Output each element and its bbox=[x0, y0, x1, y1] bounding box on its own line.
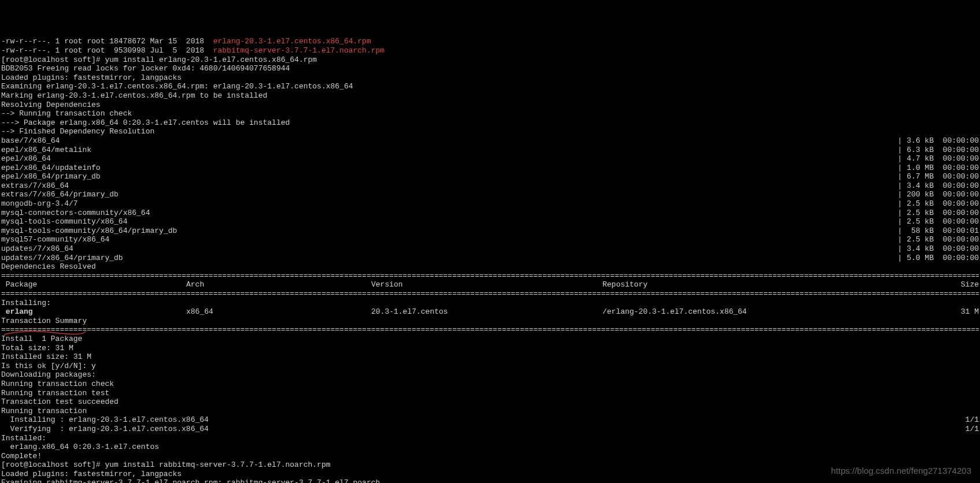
shell-prompt: [root@localhost soft]# bbox=[1, 460, 105, 469]
progress-count: 1/1 bbox=[966, 415, 979, 425]
repo-name: updates/7/x86_64 bbox=[1, 244, 73, 254]
terminal-line: Examining rabbitmq-server-3.7.7-1.el7.no… bbox=[1, 478, 979, 483]
col-arch: Arch bbox=[186, 280, 371, 289]
terminal-line: Examining erlang-20.3-1.el7.centos.x86_6… bbox=[1, 82, 979, 91]
repo-size: | 3.4 kB 00:00:00 bbox=[898, 181, 979, 191]
pkg-repo: /erlang-20.3-1.el7.centos.x86_64 bbox=[602, 307, 845, 317]
install-progress-row: Verifying : erlang-20.3-1.el7.centos.x86… bbox=[1, 425, 979, 434]
terminal-line: Loaded plugins: fastestmirror, langpacks bbox=[1, 73, 979, 83]
repo-size: | 2.5 kB 00:00:00 bbox=[898, 235, 979, 244]
repo-download-row: extras/7/x86_64/primary_db| 200 kB 00:00… bbox=[1, 190, 979, 199]
terminal-line: Downloading packages: bbox=[1, 370, 979, 380]
repo-download-row: updates/7/x86_64/primary_db| 5.0 MB 00:0… bbox=[1, 254, 979, 263]
pkg-size: 31 M bbox=[845, 307, 979, 317]
terminal-line: Running transaction bbox=[1, 407, 979, 416]
repo-name: mysql-tools-community/x86_64/primary_db bbox=[1, 226, 177, 236]
terminal-line: Total size: 31 M bbox=[1, 344, 979, 353]
terminal-line: Running transaction test bbox=[1, 389, 979, 398]
terminal-line: Transaction test succeeded bbox=[1, 397, 979, 407]
file-perms: -rw-r--r--. 1 root root 9530998 Jul 5 20… bbox=[1, 46, 213, 55]
repo-download-row: epel/x86_64/primary_db| 6.7 MB 00:00:00 bbox=[1, 172, 979, 181]
terminal-line: Installing: bbox=[1, 299, 979, 308]
terminal-line: ---> Package erlang.x86_64 0:20.3-1.el7.… bbox=[1, 118, 979, 128]
terminal-line: Complete! bbox=[1, 452, 979, 461]
terminal-line: --> Finished Dependency Resolution bbox=[1, 127, 979, 136]
shell-command: yum install erlang-20.3-1.el7.centos.x86… bbox=[105, 55, 317, 64]
repo-download-row: mysql-connectors-community/x86_64| 2.5 k… bbox=[1, 209, 979, 218]
terminal-line: ========================================… bbox=[1, 272, 979, 281]
terminal-line: -rw-r--r--. 1 root root 9530998 Jul 5 20… bbox=[1, 46, 979, 55]
pkg-name: erlang bbox=[1, 307, 186, 317]
repo-name: base/7/x86_64 bbox=[1, 136, 60, 146]
repo-name: mysql-tools-community/x86_64 bbox=[1, 217, 127, 226]
repo-download-row: epel/x86_64/metalink| 6.3 kB 00:00:00 bbox=[1, 146, 979, 155]
repo-size: | 2.5 kB 00:00:00 bbox=[898, 199, 979, 209]
terminal-line: erlang.x86_64 0:20.3-1.el7.centos bbox=[1, 443, 979, 452]
repo-size: | 3.4 kB 00:00:00 bbox=[898, 244, 979, 254]
terminal-line: --> Running transaction check bbox=[1, 109, 979, 118]
pkg-version: 20.3-1.el7.centos bbox=[371, 307, 602, 317]
filename: erlang-20.3-1.el7.centos.x86_64.rpm bbox=[213, 37, 371, 46]
repo-size: | 6.3 kB 00:00:00 bbox=[898, 146, 979, 155]
shell-prompt: [root@localhost soft]# bbox=[1, 55, 105, 64]
repo-name: epel/x86_64/metalink bbox=[1, 146, 91, 155]
col-repo: Repository bbox=[602, 280, 845, 289]
repo-download-row: mongodb-org-3.4/7| 2.5 kB 00:00:00 bbox=[1, 199, 979, 209]
install-progress-row: Installing : erlang-20.3-1.el7.centos.x8… bbox=[1, 415, 979, 425]
shell-command: yum install rabbitmq-server-3.7.7-1.el7.… bbox=[105, 460, 330, 469]
repo-size: | 2.5 kB 00:00:00 bbox=[898, 209, 979, 218]
repo-download-row: mysql57-community/x86_64| 2.5 kB 00:00:0… bbox=[1, 235, 979, 244]
terminal-line: Resolving Dependencies bbox=[1, 101, 979, 110]
repo-size: | 3.6 kB 00:00:00 bbox=[898, 136, 979, 146]
terminal-line: Installed size: 31 M bbox=[1, 352, 979, 362]
terminal-line: Running transaction check bbox=[1, 380, 979, 389]
repo-download-row: mysql-tools-community/x86_64/primary_db|… bbox=[1, 226, 979, 236]
repo-size: | 58 kB 00:00:01 bbox=[898, 226, 979, 236]
repo-download-row: extras/7/x86_64| 3.4 kB 00:00:00 bbox=[1, 181, 979, 191]
terminal-line: [root@localhost soft]# yum install erlan… bbox=[1, 55, 979, 65]
col-size: Size bbox=[845, 280, 979, 289]
terminal-line: Installed: bbox=[1, 434, 979, 443]
repo-name: mysql57-community/x86_64 bbox=[1, 235, 109, 244]
repo-size: | 4.7 kB 00:00:00 bbox=[898, 154, 979, 164]
col-version: Version bbox=[371, 280, 602, 289]
repo-name: updates/7/x86_64/primary_db bbox=[1, 254, 123, 263]
terminal-line: Install 1 Package bbox=[1, 335, 979, 344]
repo-download-row: epel/x86_64| 4.7 kB 00:00:00 bbox=[1, 154, 979, 164]
package-table-header: PackageArchVersionRepositorySize bbox=[1, 280, 979, 289]
progress-count: 1/1 bbox=[966, 425, 979, 434]
terminal-line: ========================================… bbox=[1, 325, 979, 335]
progress-action: Verifying : erlang-20.3-1.el7.centos.x86… bbox=[1, 425, 209, 434]
terminal-line: Transaction Summary bbox=[1, 317, 979, 326]
repo-download-row: mysql-tools-community/x86_64| 2.5 kB 00:… bbox=[1, 217, 979, 226]
progress-action: Installing : erlang-20.3-1.el7.centos.x8… bbox=[1, 415, 209, 425]
repo-size: | 6.7 MB 00:00:00 bbox=[898, 172, 979, 181]
terminal-output[interactable]: -rw-r--r--. 1 root root 18478672 Mar 15 … bbox=[1, 37, 979, 483]
repo-name: epel/x86_64/primary_db bbox=[1, 172, 101, 181]
col-package: Package bbox=[1, 280, 186, 289]
terminal-line: Marking erlang-20.3-1.el7.centos.x86_64.… bbox=[1, 91, 979, 101]
repo-name: extras/7/x86_64 bbox=[1, 181, 69, 191]
repo-download-row: epel/x86_64/updateinfo| 1.0 MB 00:00:00 bbox=[1, 164, 979, 173]
repo-size: | 5.0 MB 00:00:00 bbox=[898, 254, 979, 263]
terminal-line: Dependencies Resolved bbox=[1, 262, 979, 272]
terminal-line: -rw-r--r--. 1 root root 18478672 Mar 15 … bbox=[1, 37, 979, 46]
terminal-line: Is this ok [y/d/N]: y bbox=[1, 362, 979, 371]
repo-download-row: base/7/x86_64| 3.6 kB 00:00:00 bbox=[1, 136, 979, 146]
watermark-text: https://blog.csdn.net/feng271374203 bbox=[831, 466, 971, 476]
repo-name: mongodb-org-3.4/7 bbox=[1, 199, 78, 209]
filename: rabbitmq-server-3.7.7-1.el7.noarch.rpm bbox=[213, 46, 384, 55]
file-perms: -rw-r--r--. 1 root root 18478672 Mar 15 … bbox=[1, 37, 213, 46]
repo-size: | 1.0 MB 00:00:00 bbox=[898, 164, 979, 173]
package-row: erlangx86_6420.3-1.el7.centos/erlang-20.… bbox=[1, 307, 979, 317]
pkg-arch: x86_64 bbox=[186, 307, 371, 317]
terminal-line: BDB2053 Freeing read locks for locker 0x… bbox=[1, 64, 979, 73]
repo-name: mysql-connectors-community/x86_64 bbox=[1, 209, 150, 218]
terminal-line: ========================================… bbox=[1, 289, 979, 299]
repo-download-row: updates/7/x86_64| 3.4 kB 00:00:00 bbox=[1, 244, 979, 254]
repo-name: extras/7/x86_64/primary_db bbox=[1, 190, 119, 199]
repo-size: | 200 kB 00:00:00 bbox=[898, 190, 979, 199]
repo-name: epel/x86_64 bbox=[1, 154, 51, 164]
repo-name: epel/x86_64/updateinfo bbox=[1, 164, 101, 173]
repo-size: | 2.5 kB 00:00:00 bbox=[898, 217, 979, 226]
